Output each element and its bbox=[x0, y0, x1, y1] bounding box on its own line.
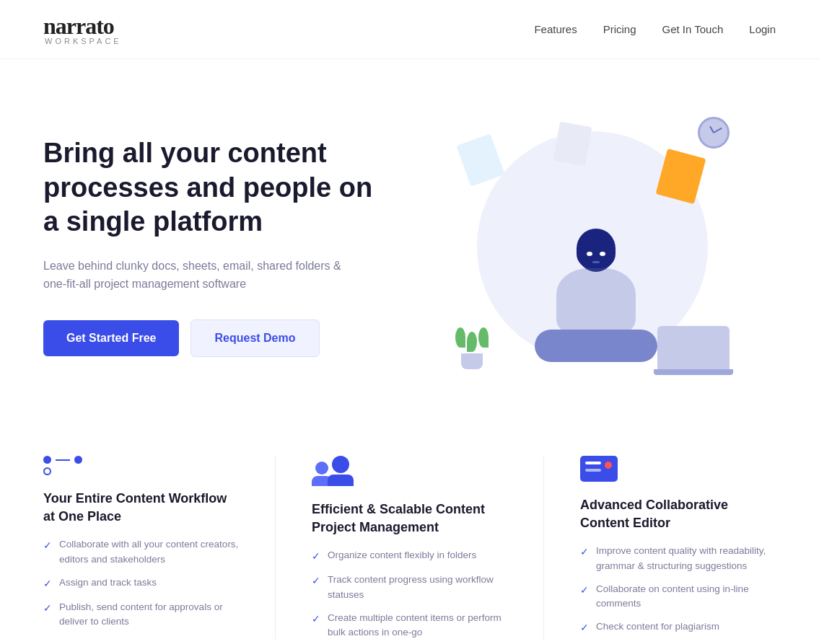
editor-icon bbox=[580, 456, 776, 482]
feature-editor-list: ✓ Improve content quality with readabili… bbox=[580, 544, 776, 635]
navbar: narrato WORKSPACE Features Pricing Get I… bbox=[0, 0, 819, 59]
feature-project-management: Efficient & Scalable Content Project Man… bbox=[312, 456, 507, 640]
nav-links: Features Pricing Get In Touch Login bbox=[534, 23, 776, 35]
workflow-icon bbox=[43, 456, 239, 475]
hero-illustration-area bbox=[410, 102, 776, 391]
editor-dot-red bbox=[605, 462, 612, 469]
check-icon: ✓ bbox=[43, 538, 52, 553]
plant-decoration bbox=[455, 327, 489, 369]
feature-pm-list: ✓ Organize content flexibly in folders ✓… bbox=[312, 548, 507, 640]
divider-1 bbox=[275, 456, 276, 640]
editor-line-2 bbox=[585, 469, 601, 472]
line-1 bbox=[56, 459, 70, 461]
person-legs bbox=[535, 330, 657, 362]
hero-section: Bring all your content processes and peo… bbox=[0, 59, 819, 420]
dot-3 bbox=[43, 467, 51, 475]
editor-line-1 bbox=[585, 462, 601, 464]
person-head bbox=[578, 236, 614, 272]
clock-hand-minute bbox=[714, 128, 722, 133]
nav-features[interactable]: Features bbox=[534, 23, 577, 35]
feature-pm-item-1: ✓ Organize content flexibly in folders bbox=[312, 548, 507, 564]
nav-login[interactable]: Login bbox=[749, 23, 776, 35]
feature-editor-item-1: ✓ Improve content quality with readabili… bbox=[580, 544, 776, 573]
editor-icon-bg bbox=[580, 456, 618, 482]
feature-workflow-item-1: ✓ Collaborate with all your content crea… bbox=[43, 537, 239, 567]
get-started-button[interactable]: Get Started Free bbox=[43, 320, 179, 356]
team-icon bbox=[312, 456, 507, 486]
check-icon: ✓ bbox=[580, 544, 589, 560]
check-icon: ✓ bbox=[580, 620, 589, 635]
leaf-1 bbox=[455, 327, 465, 348]
feature-editor-title: Advanced Collaborative Content Editor bbox=[580, 496, 776, 532]
feature-workflow-title: Your Entire Content Workflow at One Plac… bbox=[43, 490, 239, 526]
dot-2 bbox=[74, 456, 82, 464]
hero-illustration bbox=[441, 110, 744, 384]
feature-workflow-item-3: ✓ Publish, send content for approvals or… bbox=[43, 600, 239, 630]
check-icon: ✓ bbox=[43, 601, 52, 616]
laptop-screen bbox=[657, 326, 730, 369]
check-icon: ✓ bbox=[43, 576, 52, 591]
logo-sub: WORKSPACE bbox=[45, 37, 122, 45]
hero-buttons: Get Started Free Request Demo bbox=[43, 319, 395, 357]
check-icon: ✓ bbox=[580, 583, 589, 598]
laptop-decoration bbox=[657, 326, 730, 369]
leaf-2 bbox=[467, 332, 477, 352]
check-icon: ✓ bbox=[312, 573, 320, 588]
hero-title: Bring all your content processes and peo… bbox=[43, 136, 395, 239]
person-tie bbox=[592, 261, 600, 263]
nav-get-in-touch[interactable]: Get In Touch bbox=[662, 23, 724, 35]
feature-pm-item-2: ✓ Track content progress using workflow … bbox=[312, 573, 507, 602]
features-section: Your Entire Content Workflow at One Plac… bbox=[0, 420, 819, 644]
feature-workflow: Your Entire Content Workflow at One Plac… bbox=[43, 456, 239, 640]
plant-leaves bbox=[455, 327, 489, 352]
person-icon-sm bbox=[315, 462, 328, 475]
check-icon: ✓ bbox=[312, 612, 320, 627]
laptop-base bbox=[654, 369, 733, 375]
logo[interactable]: narrato WORKSPACE bbox=[43, 13, 122, 45]
hero-subtitle: Leave behind clunky docs, sheets, email,… bbox=[43, 257, 361, 294]
feature-workflow-item-2: ✓ Assign and track tasks bbox=[43, 575, 239, 591]
dot-1 bbox=[43, 456, 51, 464]
plant-pot bbox=[461, 353, 483, 369]
nav-pricing[interactable]: Pricing bbox=[603, 23, 636, 35]
leaf-3 bbox=[478, 327, 489, 348]
check-icon: ✓ bbox=[312, 549, 320, 564]
feature-pm-item-3: ✓ Create multiple content items or perfo… bbox=[312, 611, 507, 640]
request-demo-button[interactable]: Request Demo bbox=[190, 319, 319, 357]
feature-editor-item-2: ✓ Collaborate on content using in-line c… bbox=[580, 582, 776, 612]
person-icon-lg bbox=[332, 456, 349, 473]
paper-float-1 bbox=[456, 133, 505, 186]
divider-2 bbox=[543, 456, 544, 640]
person-body bbox=[556, 268, 636, 333]
logo-name: narrato bbox=[43, 13, 114, 40]
feature-editor-item-3: ✓ Check content for plagiarism bbox=[580, 619, 776, 635]
person-body-lg bbox=[328, 475, 354, 486]
hero-left: Bring all your content processes and peo… bbox=[43, 136, 395, 357]
feature-pm-title: Efficient & Scalable Content Project Man… bbox=[312, 500, 507, 537]
clock-icon bbox=[698, 117, 730, 149]
feature-workflow-list: ✓ Collaborate with all your content crea… bbox=[43, 537, 239, 629]
feature-editor: Advanced Collaborative Content Editor ✓ … bbox=[580, 456, 776, 640]
